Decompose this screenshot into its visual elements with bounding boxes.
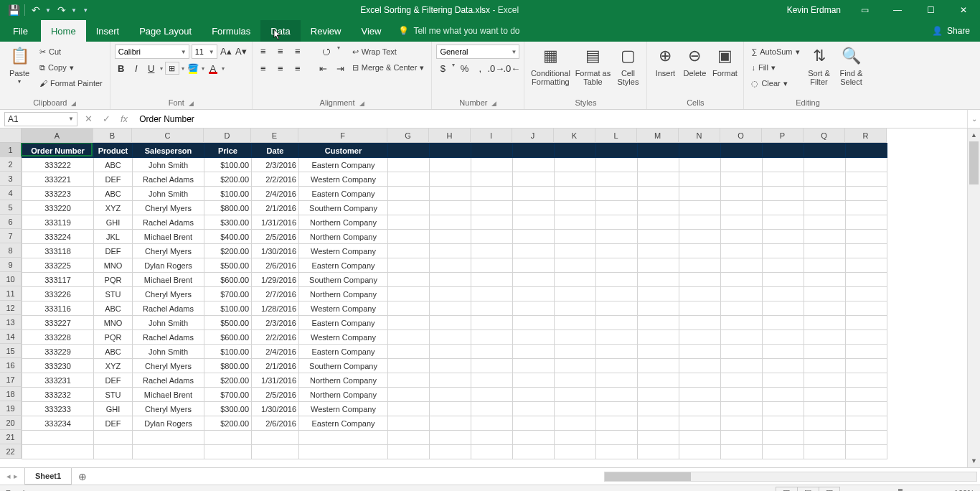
- col-head-R[interactable]: R: [845, 128, 887, 143]
- increase-decimal-button[interactable]: .0→: [489, 62, 502, 75]
- page-layout-view-button[interactable]: ▤: [797, 487, 819, 492]
- minimize-button[interactable]: —: [881, 0, 914, 20]
- autosum-button[interactable]: ∑AutoSum ▾: [748, 45, 802, 59]
- tab-view[interactable]: View: [351, 20, 391, 42]
- fill-button[interactable]: ↓Fill ▾: [748, 60, 802, 75]
- col-head-Q[interactable]: Q: [804, 128, 845, 143]
- col-head-G[interactable]: G: [387, 128, 429, 143]
- row-head[interactable]: 22: [0, 444, 22, 459]
- decrease-decimal-button[interactable]: .0←: [505, 62, 518, 75]
- col-head-B[interactable]: B: [93, 128, 132, 143]
- col-head-F[interactable]: F: [298, 128, 387, 143]
- col-head-A[interactable]: A: [22, 128, 93, 143]
- expand-formula-bar-icon[interactable]: ⌄: [967, 110, 980, 128]
- wrap-text-button[interactable]: ↩Wrap Text: [349, 45, 428, 59]
- user-name[interactable]: Kevin Erdman: [780, 5, 848, 15]
- row-head[interactable]: 20: [0, 416, 22, 430]
- grow-font-button[interactable]: A▴: [220, 45, 232, 57]
- row-head[interactable]: 10: [0, 272, 22, 286]
- tab-data[interactable]: Data: [260, 20, 300, 42]
- close-button[interactable]: ✕: [947, 0, 980, 20]
- percent-format-button[interactable]: %: [458, 62, 471, 75]
- scroll-down-icon[interactable]: ▼: [968, 454, 980, 467]
- sheet-nav-icon[interactable]: ◂ ▸: [0, 472, 24, 481]
- align-left-button[interactable]: ≡: [257, 62, 270, 75]
- row-head[interactable]: 5: [0, 200, 22, 215]
- row-head[interactable]: 14: [0, 329, 22, 344]
- normal-view-button[interactable]: ▦: [776, 487, 797, 492]
- copy-button[interactable]: ⧉Copy ▾: [37, 60, 105, 75]
- dialog-launcher-icon[interactable]: ◢: [189, 100, 194, 107]
- row-head[interactable]: 11: [0, 286, 22, 301]
- col-head-L[interactable]: L: [595, 128, 637, 143]
- row-head[interactable]: 16: [0, 358, 22, 373]
- enter-formula-icon[interactable]: ✓: [103, 113, 110, 124]
- row-head[interactable]: 6: [0, 215, 22, 229]
- horizontal-scrollbar[interactable]: [604, 472, 977, 482]
- align-top-button[interactable]: ≡: [257, 45, 270, 57]
- border-button[interactable]: ⊞: [165, 62, 179, 75]
- merge-center-button[interactable]: ⊟Merge & Center ▾: [349, 60, 428, 75]
- select-all-corner[interactable]: [0, 128, 22, 143]
- row-head[interactable]: 13: [0, 315, 22, 329]
- fx-icon[interactable]: fx: [121, 113, 128, 124]
- save-icon[interactable]: 💾: [7, 4, 20, 17]
- font-face-combo[interactable]: ▼: [115, 45, 189, 59]
- col-head-E[interactable]: E: [251, 128, 298, 143]
- col-head-D[interactable]: D: [204, 128, 251, 143]
- row-head[interactable]: 17: [0, 373, 22, 387]
- dialog-launcher-icon[interactable]: ◢: [491, 100, 496, 107]
- delete-cells-button[interactable]: ⊖Delete: [681, 45, 708, 97]
- tab-home[interactable]: Home: [41, 20, 86, 42]
- maximize-button[interactable]: ☐: [914, 0, 947, 20]
- tab-review[interactable]: Review: [301, 20, 352, 42]
- col-head-M[interactable]: M: [637, 128, 679, 143]
- col-head-J[interactable]: J: [512, 128, 554, 143]
- increase-indent-button[interactable]: ⇥: [334, 62, 347, 75]
- page-break-view-button[interactable]: ▥: [819, 487, 840, 492]
- col-head-N[interactable]: N: [679, 128, 720, 143]
- comma-format-button[interactable]: ,: [473, 62, 486, 75]
- italic-button[interactable]: I: [130, 62, 143, 75]
- cells-area[interactable]: Order NumberProductSalespersonPriceDateC…: [22, 143, 967, 467]
- row-headers[interactable]: 12345678910111213141516171819202122: [0, 143, 22, 467]
- dialog-launcher-icon[interactable]: ◢: [359, 100, 364, 107]
- align-bottom-button[interactable]: ≡: [291, 45, 304, 57]
- new-sheet-button[interactable]: ⊕: [72, 471, 93, 482]
- sort-filter-button[interactable]: ⇅Sort & Filter: [805, 45, 834, 97]
- row-head[interactable]: 8: [0, 243, 22, 258]
- accounting-format-button[interactable]: $: [436, 62, 449, 75]
- redo-icon[interactable]: ↷: [55, 4, 68, 17]
- row-head[interactable]: 18: [0, 387, 22, 401]
- share-button[interactable]: 👤Share: [922, 20, 980, 42]
- zoom-in-button[interactable]: +: [943, 489, 948, 492]
- bold-button[interactable]: B: [115, 62, 128, 75]
- row-head[interactable]: 1: [0, 143, 22, 157]
- scroll-up-icon[interactable]: ▲: [968, 128, 980, 141]
- cell-styles-button[interactable]: ▢Cell Styles: [613, 45, 642, 97]
- find-select-button[interactable]: 🔍Find & Select: [836, 45, 867, 97]
- zoom-out-button[interactable]: −: [849, 489, 853, 492]
- col-head-K[interactable]: K: [554, 128, 595, 143]
- font-color-button[interactable]: A: [207, 62, 220, 75]
- number-format-combo[interactable]: ▼: [436, 45, 519, 59]
- tab-file[interactable]: File: [0, 20, 41, 42]
- row-head[interactable]: 21: [0, 430, 22, 444]
- row-head[interactable]: 12: [0, 301, 22, 315]
- align-middle-button[interactable]: ≡: [274, 45, 287, 57]
- format-painter-button[interactable]: 🖌Format Painter: [37, 76, 105, 90]
- tab-formulas[interactable]: Formulas: [202, 20, 260, 42]
- row-head[interactable]: 2: [0, 157, 22, 172]
- row-head[interactable]: 15: [0, 344, 22, 358]
- conditional-formatting-button[interactable]: ▦Conditional Formatting: [529, 45, 572, 97]
- row-head[interactable]: 9: [0, 258, 22, 272]
- insert-cells-button[interactable]: ⊕Insert: [651, 45, 679, 97]
- col-head-C[interactable]: C: [132, 128, 204, 143]
- align-center-button[interactable]: ≡: [274, 62, 287, 75]
- orientation-button[interactable]: ⭯: [320, 45, 333, 57]
- paste-button[interactable]: 📋 Paste▾: [4, 45, 34, 97]
- name-box[interactable]: A1▼: [4, 112, 77, 126]
- tab-page-layout[interactable]: Page Layout: [129, 20, 202, 42]
- row-head[interactable]: 7: [0, 229, 22, 243]
- font-size-combo[interactable]: ▼: [192, 45, 217, 59]
